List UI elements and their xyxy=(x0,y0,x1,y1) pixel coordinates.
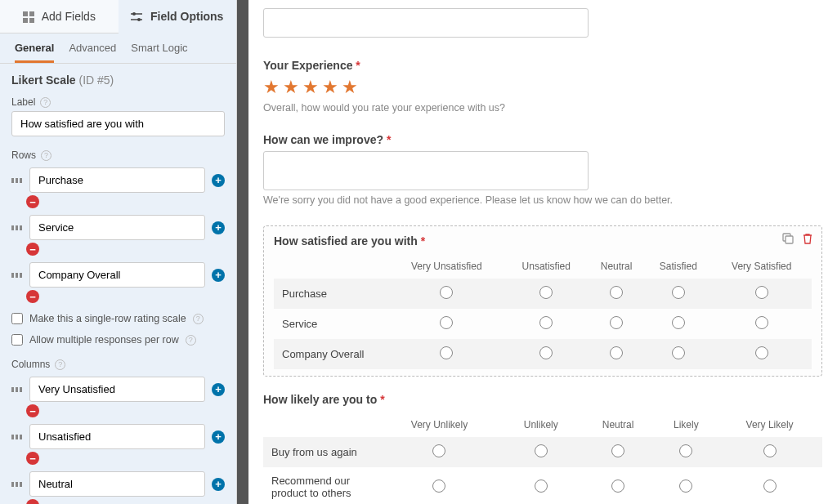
likert-column-header: Neutral xyxy=(581,413,656,437)
likert-radio[interactable] xyxy=(679,479,692,493)
field-id: (ID #5) xyxy=(79,74,114,87)
duplicate-icon[interactable] xyxy=(782,233,794,247)
improve-textarea[interactable] xyxy=(263,151,589,190)
star-icon[interactable]: ★ xyxy=(342,77,358,98)
subtab-general[interactable]: General xyxy=(15,42,54,63)
drag-handle-icon[interactable] xyxy=(11,482,23,487)
likert-radio[interactable] xyxy=(610,346,623,359)
tab-add-fields[interactable]: Add Fields xyxy=(0,0,119,33)
likert2-label: How likely are you to * xyxy=(263,393,822,406)
likert-radio[interactable] xyxy=(610,286,623,299)
field-title-row: Likert Scale (ID #5) xyxy=(11,74,225,87)
svg-rect-0 xyxy=(23,11,28,16)
likert-row: Recommend our product to others xyxy=(263,467,822,504)
add-item-button[interactable]: + xyxy=(212,221,225,234)
single-row-label: Make this a single-row rating scale xyxy=(29,313,186,324)
likert-radio[interactable] xyxy=(611,444,624,457)
svg-point-7 xyxy=(137,18,141,21)
add-item-button[interactable]: + xyxy=(212,383,225,396)
likert-radio[interactable] xyxy=(755,286,768,299)
likert-row-label: Purchase xyxy=(274,279,388,309)
item-input[interactable] xyxy=(29,424,205,449)
likert-radio[interactable] xyxy=(763,444,777,457)
likert-column-header: Unlikely xyxy=(501,413,581,437)
likert-field-selected[interactable]: How satisfied are you with * Very Unsati… xyxy=(263,225,822,377)
remove-item-button[interactable]: − xyxy=(26,195,39,208)
likert-radio[interactable] xyxy=(539,316,553,329)
help-icon[interactable]: ? xyxy=(193,314,204,324)
sub-tabs: General Advanced Smart Logic xyxy=(0,33,236,64)
item-input[interactable] xyxy=(29,471,205,497)
drag-handle-icon[interactable] xyxy=(11,387,23,392)
likert-radio[interactable] xyxy=(610,316,623,329)
help-icon[interactable]: ? xyxy=(40,97,51,108)
likert-column-header: Very Satisfied xyxy=(712,254,812,279)
likert-radio[interactable] xyxy=(535,479,548,493)
likert-radio[interactable] xyxy=(611,479,624,493)
help-icon[interactable]: ? xyxy=(41,150,51,161)
item-input[interactable] xyxy=(29,262,205,288)
star-icon[interactable]: ★ xyxy=(322,77,338,98)
likert-radio[interactable] xyxy=(539,346,553,359)
star-icon[interactable]: ★ xyxy=(302,77,319,98)
remove-item-button[interactable]: − xyxy=(26,290,39,303)
generic-text-input[interactable] xyxy=(263,8,589,38)
drag-handle-icon[interactable] xyxy=(11,225,23,230)
grid-icon xyxy=(23,11,34,23)
likert-column-header: Very Unlikely xyxy=(378,413,501,437)
multiple-label: Allow multiple responses per row xyxy=(29,334,179,346)
single-row-checkbox[interactable] xyxy=(11,313,23,324)
drag-handle-icon[interactable] xyxy=(11,435,23,439)
add-item-button[interactable]: + xyxy=(212,174,225,187)
likert-radio[interactable] xyxy=(440,346,453,359)
remove-item-button[interactable]: − xyxy=(26,499,39,504)
remove-item-button[interactable]: − xyxy=(26,452,39,465)
subtab-advanced[interactable]: Advanced xyxy=(69,42,116,63)
tab-add-fields-label: Add Fields xyxy=(42,10,96,23)
remove-item-button[interactable]: − xyxy=(26,404,39,417)
preview-panel: Your Experience * ★ ★ ★ ★ ★ Overall, how… xyxy=(248,0,837,504)
remove-item-button[interactable]: − xyxy=(26,243,39,256)
multiple-checkbox[interactable] xyxy=(11,334,23,346)
add-item-button[interactable]: + xyxy=(212,430,225,444)
star-icon[interactable]: ★ xyxy=(263,77,280,98)
list-item: + xyxy=(11,377,225,402)
likert-row-label: Service xyxy=(274,309,388,339)
add-item-button[interactable]: + xyxy=(212,478,225,491)
label-input[interactable] xyxy=(11,111,225,136)
item-input[interactable] xyxy=(29,377,205,402)
likert-radio[interactable] xyxy=(440,316,453,329)
field-actions xyxy=(782,233,813,247)
item-input[interactable] xyxy=(29,167,205,193)
list-item: + xyxy=(11,215,225,240)
drag-handle-icon[interactable] xyxy=(11,178,23,183)
likert-radio[interactable] xyxy=(539,286,553,299)
drag-handle-icon[interactable] xyxy=(11,273,23,278)
help-icon[interactable]: ? xyxy=(55,359,65,370)
likert-column-header: Satisfied xyxy=(645,254,711,279)
star-rating[interactable]: ★ ★ ★ ★ ★ xyxy=(263,77,822,98)
likert-radio[interactable] xyxy=(672,286,685,299)
likert-radio[interactable] xyxy=(672,316,685,329)
likert-radio[interactable] xyxy=(672,346,685,359)
delete-icon[interactable] xyxy=(802,233,813,247)
likert-radio[interactable] xyxy=(755,316,768,329)
svg-rect-1 xyxy=(29,11,34,16)
svg-rect-9 xyxy=(786,236,793,243)
subtab-smart-logic[interactable]: Smart Logic xyxy=(131,42,187,63)
likert-radio[interactable] xyxy=(763,479,777,493)
add-item-button[interactable]: + xyxy=(212,269,225,282)
likert-radio[interactable] xyxy=(535,444,548,457)
likert-radio[interactable] xyxy=(679,444,692,457)
star-icon[interactable]: ★ xyxy=(283,77,299,98)
item-input[interactable] xyxy=(29,215,205,240)
help-icon[interactable]: ? xyxy=(186,335,196,346)
likert-column-header: Very Unsatisfied xyxy=(388,254,505,279)
svg-rect-3 xyxy=(29,18,34,23)
likert-radio[interactable] xyxy=(432,444,445,457)
tab-field-options[interactable]: Field Options xyxy=(119,0,237,33)
likert-radio[interactable] xyxy=(432,479,445,493)
likert-radio[interactable] xyxy=(440,286,453,299)
likert-radio[interactable] xyxy=(755,346,768,359)
likert-field-2[interactable]: How likely are you to * Very UnlikelyUnl… xyxy=(263,393,822,504)
